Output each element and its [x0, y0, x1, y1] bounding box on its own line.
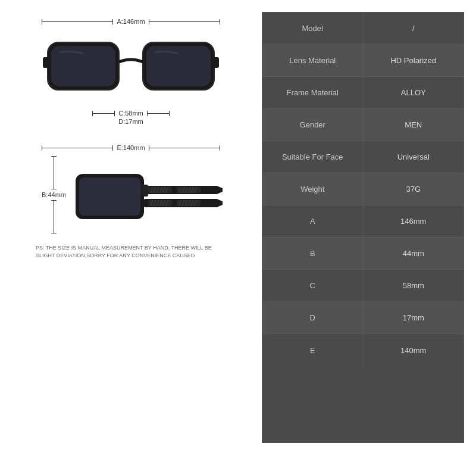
- spec-key: Lens Material: [262, 45, 364, 76]
- spec-key: B: [262, 238, 364, 269]
- dimension-c-line: C:58mm: [92, 110, 170, 117]
- dimension-c-label: C:58mm: [115, 110, 147, 117]
- svg-rect-38: [141, 185, 148, 197]
- dim-line-c-right: [147, 113, 170, 114]
- spec-row: Weight37G: [262, 173, 464, 205]
- spec-val: 17mm: [364, 302, 464, 334]
- spec-key: E: [262, 334, 364, 366]
- dim-line-c-left: [92, 113, 115, 114]
- spec-val: 140mm: [364, 334, 464, 366]
- spec-val: /: [364, 13, 464, 44]
- dimension-e-line: E:140mm: [42, 144, 220, 151]
- specs-table: Model/Lens MaterialHD PolarizedFrame Mat…: [262, 12, 464, 443]
- dimension-a-label: A:146mm: [113, 18, 148, 25]
- diagram-top: A:146mm: [36, 18, 226, 126]
- dim-line-e-right: [149, 148, 220, 148]
- spec-row: Suitable For FaceUniversal: [262, 141, 464, 173]
- spec-key: D: [262, 302, 364, 334]
- spec-val: MEN: [364, 109, 464, 141]
- dimension-a-line: A:146mm: [42, 18, 220, 25]
- spec-key: Frame Material: [262, 77, 364, 108]
- spec-key: Weight: [262, 173, 364, 205]
- spec-row: A146mm: [262, 205, 464, 238]
- spec-row: C58mm: [262, 270, 464, 302]
- spec-val: Universal: [364, 141, 464, 173]
- spec-key: Suitable For Face: [262, 141, 364, 173]
- ps-note: PS: THE SIZE IS MANUAL MEASUREMENT BY HA…: [36, 244, 226, 259]
- spec-key: Model: [262, 13, 364, 44]
- spec-row: B44mm: [262, 238, 464, 270]
- glasses-front-view: [42, 27, 220, 105]
- svg-rect-37: [79, 177, 140, 216]
- spec-val: 37G: [364, 173, 464, 205]
- spec-row: E140mm: [262, 334, 464, 366]
- spec-val: 44mm: [364, 238, 464, 269]
- spec-key: Gender: [262, 109, 364, 141]
- dim-line-b-bottom: [54, 200, 54, 233]
- spec-val: 58mm: [364, 270, 464, 301]
- dim-line-a-right: [149, 21, 220, 22]
- glasses-side-svg-container: [71, 156, 226, 233]
- spec-row: D17mm: [262, 302, 464, 334]
- diagram-side: E:140mm B:44mm: [36, 144, 226, 233]
- spec-row: GenderMEN: [262, 109, 464, 141]
- dim-line-e-left: [42, 148, 113, 148]
- spec-row: Model/: [262, 13, 464, 45]
- spec-row: Lens MaterialHD Polarized: [262, 45, 464, 77]
- spec-key: A: [262, 205, 364, 237]
- spec-val: 146mm: [364, 205, 464, 237]
- dimension-d-label: D:17mm: [118, 118, 143, 125]
- dimension-b-label: B:44mm: [42, 191, 66, 198]
- spec-val: HD Polarized: [364, 45, 464, 76]
- spec-row: Frame MaterialALLOY: [262, 77, 464, 109]
- glasses-side-view: B:44mm: [42, 156, 220, 233]
- dim-line-b: [54, 156, 54, 189]
- svg-rect-4: [43, 57, 50, 68]
- svg-rect-5: [212, 57, 219, 68]
- spec-key: C: [262, 270, 364, 301]
- dims-cd: C:58mm D:17mm: [71, 110, 190, 125]
- left-diagram-panel: A:146mm: [12, 12, 250, 443]
- dimension-b-vertical: B:44mm: [42, 156, 66, 233]
- dimension-e-label: E:140mm: [113, 144, 148, 151]
- dim-line-a: [42, 21, 113, 22]
- spec-val: ALLOY: [364, 77, 464, 108]
